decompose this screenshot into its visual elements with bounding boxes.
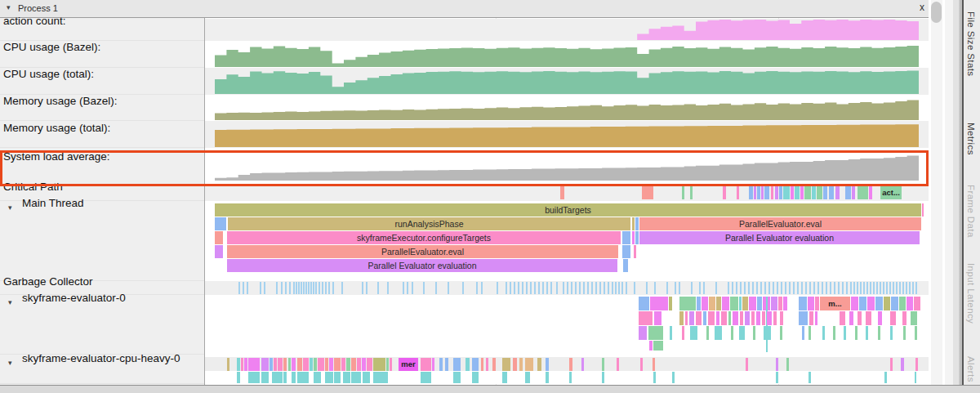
trace-event-block[interactable] <box>351 372 361 383</box>
span-block[interactable] <box>215 217 226 230</box>
gc-event-tick[interactable] <box>857 282 858 294</box>
trace-event-block[interactable] <box>310 358 313 371</box>
gc-event-tick[interactable] <box>497 282 498 294</box>
gc-event-tick[interactable] <box>313 282 314 294</box>
trace-event-block[interactable] <box>261 372 269 383</box>
trace-event-block[interactable] <box>689 311 694 325</box>
trace-event-block[interactable] <box>731 326 733 340</box>
gc-event-tick[interactable] <box>412 282 413 294</box>
trace-event-block[interactable] <box>808 372 811 383</box>
span-block[interactable] <box>622 245 630 258</box>
trace-event-block[interactable] <box>858 186 868 199</box>
gc-event-tick[interactable] <box>583 282 585 294</box>
gc-event-tick[interactable] <box>403 282 404 294</box>
trace-event-block[interactable] <box>283 358 287 371</box>
trace-event-block[interactable] <box>749 186 753 199</box>
gc-event-tick[interactable] <box>691 282 693 294</box>
trace-event-block[interactable] <box>334 358 341 371</box>
gc-event-tick[interactable] <box>332 282 334 294</box>
track-row-system-load[interactable] <box>205 148 929 185</box>
gc-event-tick[interactable] <box>797 282 799 294</box>
trace-event-block[interactable] <box>363 372 370 383</box>
gc-event-tick[interactable] <box>866 282 868 294</box>
gc-event-tick[interactable] <box>876 282 878 294</box>
trace-event-block[interactable] <box>297 358 302 371</box>
trace-event-block[interactable] <box>272 372 283 383</box>
gc-event-tick[interactable] <box>621 282 623 294</box>
vertical-scrollbar-thumb[interactable] <box>931 2 942 23</box>
trace-event-block[interactable] <box>799 297 807 310</box>
trace-event-block[interactable] <box>453 358 461 371</box>
gc-event-tick[interactable] <box>838 282 840 294</box>
trace-event-block[interactable] <box>653 358 655 371</box>
span-block[interactable] <box>632 231 635 244</box>
trace-event-block[interactable] <box>775 186 778 199</box>
track-row-skyframe-evaluator-cpu-heavy-0[interactable]: mer <box>205 355 929 384</box>
trace-event-block[interactable] <box>780 311 783 325</box>
trace-event-block[interactable] <box>237 372 240 383</box>
trace-event-block[interactable] <box>728 311 731 325</box>
trace-event-block[interactable] <box>248 358 260 371</box>
trace-event-block[interactable] <box>341 358 345 371</box>
trace-event-block[interactable] <box>799 311 808 325</box>
gc-event-tick[interactable] <box>542 282 544 294</box>
gc-event-tick[interactable] <box>906 282 907 294</box>
trace-event-block[interactable] <box>786 358 789 371</box>
trace-event-block[interactable] <box>297 372 309 383</box>
gc-event-tick[interactable] <box>328 282 330 294</box>
span-parallelevaluator-eval[interactable]: ParallelEvaluator.eval <box>639 217 921 230</box>
trace-event-block[interactable] <box>278 358 283 371</box>
trace-event-block[interactable] <box>902 311 906 325</box>
trace-event-block[interactable] <box>432 358 434 371</box>
trace-event-block[interactable] <box>270 358 273 371</box>
trace-event-block[interactable] <box>808 297 814 310</box>
process-header[interactable]: ▾ Process 1 x <box>0 0 929 18</box>
gc-event-tick[interactable] <box>526 282 528 294</box>
trace-event-block[interactable] <box>569 372 572 383</box>
track-row-mem-total[interactable] <box>205 121 929 148</box>
trace-event-block[interactable] <box>702 297 708 310</box>
trace-event-block[interactable] <box>823 186 827 199</box>
trace-event-block[interactable] <box>849 311 853 325</box>
trace-event-block[interactable] <box>466 358 470 371</box>
trace-event-block[interactable] <box>525 372 530 383</box>
trace-event-block[interactable] <box>808 326 811 340</box>
trace-event-block[interactable] <box>351 358 356 371</box>
trace-event-block[interactable] <box>679 311 684 325</box>
trace-event-block[interactable] <box>737 186 739 199</box>
trace-event-block[interactable] <box>878 326 880 340</box>
gc-event-tick[interactable] <box>813 282 815 294</box>
gc-event-tick[interactable] <box>264 282 265 294</box>
trace-event-block[interactable] <box>679 297 696 310</box>
gc-event-tick[interactable] <box>260 282 261 294</box>
gc-event-tick[interactable] <box>752 282 754 294</box>
trace-event-block[interactable] <box>303 358 309 371</box>
trace-event-block[interactable] <box>569 358 572 371</box>
trace-event-block[interactable] <box>697 297 701 310</box>
gc-event-tick[interactable] <box>325 282 327 294</box>
collapse-triangle-icon[interactable]: ▾ <box>8 203 12 212</box>
trace-event-block[interactable] <box>855 326 858 340</box>
gc-event-tick[interactable] <box>243 282 244 294</box>
trace-event-block[interactable] <box>779 186 782 199</box>
trace-event-block[interactable] <box>767 311 772 325</box>
area-chart-mem-total[interactable] <box>215 123 919 150</box>
gc-event-tick[interactable] <box>618 282 620 294</box>
trace-event-block[interactable] <box>690 186 693 199</box>
track-canvas[interactable]: act...buildTargetsrunAnalysisPhaseParall… <box>205 18 929 385</box>
trace-event-block[interactable] <box>373 358 385 371</box>
span-block[interactable] <box>632 217 635 230</box>
trace-event-block[interactable] <box>241 358 243 371</box>
trace-event-block[interactable] <box>682 186 684 199</box>
gc-event-tick[interactable] <box>615 282 617 294</box>
gc-event-tick[interactable] <box>846 282 848 294</box>
gc-event-tick[interactable] <box>886 282 888 294</box>
gc-event-tick[interactable] <box>587 282 589 294</box>
trace-event-block[interactable] <box>546 372 549 383</box>
trace-event-block[interactable] <box>227 358 229 371</box>
trace-event-block[interactable] <box>754 186 756 199</box>
trace-event-block[interactable] <box>346 358 350 371</box>
gc-event-tick[interactable] <box>423 282 425 294</box>
trace-event-block[interactable] <box>776 358 778 371</box>
trace-event-block[interactable] <box>642 186 653 199</box>
